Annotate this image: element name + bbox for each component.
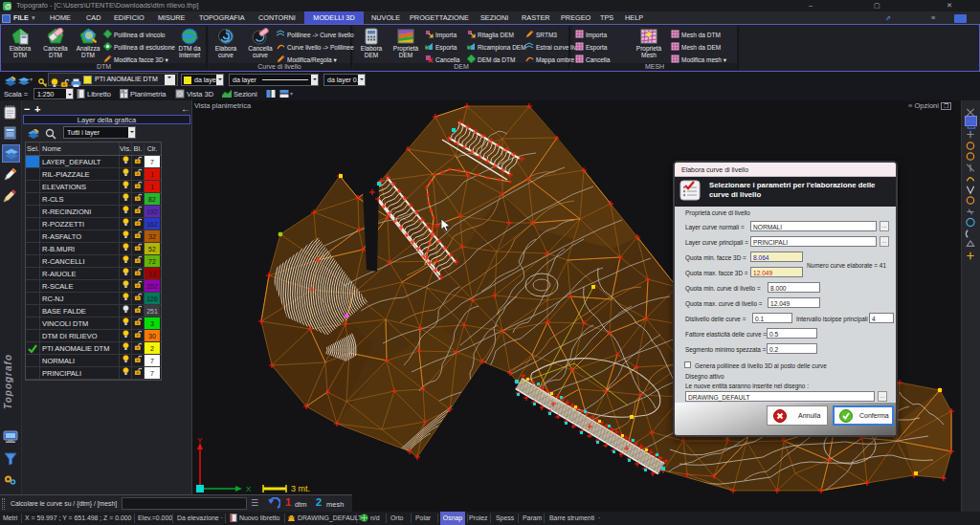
svg-text:Y: Y bbox=[197, 436, 203, 445]
svg-text:X: X bbox=[246, 485, 252, 492]
svg-text:3 mt.: 3 mt. bbox=[291, 484, 310, 493]
